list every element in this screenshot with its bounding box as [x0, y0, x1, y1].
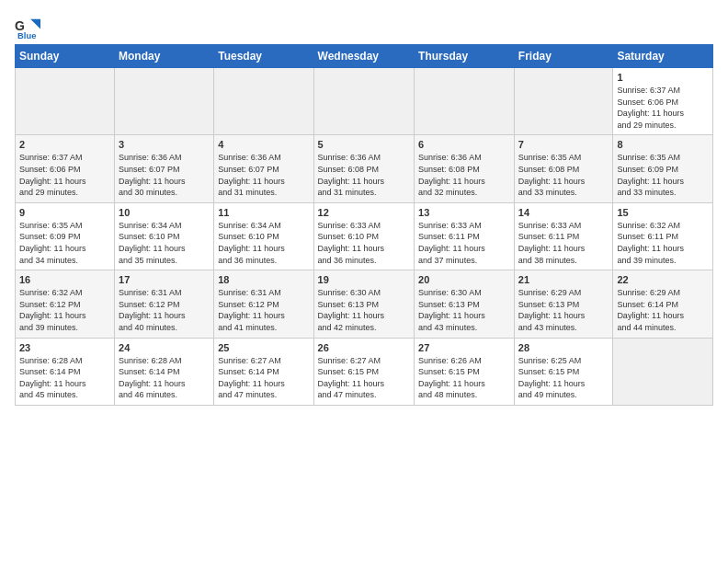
calendar-cell: 8Sunrise: 6:35 AM Sunset: 6:09 PM Daylig… — [613, 135, 713, 202]
day-number: 8 — [617, 139, 709, 150]
day-info: Sunrise: 6:36 AM Sunset: 6:07 PM Dayligh… — [119, 152, 210, 198]
day-number: 20 — [418, 274, 510, 285]
week-row-4: 23Sunrise: 6:28 AM Sunset: 6:14 PM Dayli… — [16, 338, 713, 405]
day-info: Sunrise: 6:28 AM Sunset: 6:14 PM Dayligh… — [119, 355, 210, 401]
day-info: Sunrise: 6:34 AM Sunset: 6:10 PM Dayligh… — [218, 220, 309, 266]
calendar-cell: 2Sunrise: 6:37 AM Sunset: 6:06 PM Daylig… — [16, 135, 115, 202]
calendar-cell: 22Sunrise: 6:29 AM Sunset: 6:14 PM Dayli… — [613, 270, 713, 338]
calendar-cell — [613, 338, 713, 405]
calendar-cell: 18Sunrise: 6:31 AM Sunset: 6:12 PM Dayli… — [214, 270, 313, 338]
calendar-cell: 19Sunrise: 6:30 AM Sunset: 6:13 PM Dayli… — [313, 270, 415, 338]
week-row-0: 1Sunrise: 6:37 AM Sunset: 6:06 PM Daylig… — [16, 68, 713, 135]
day-number: 15 — [617, 207, 709, 218]
day-info: Sunrise: 6:27 AM Sunset: 6:15 PM Dayligh… — [318, 355, 411, 401]
day-number: 25 — [218, 342, 309, 353]
day-info: Sunrise: 6:36 AM Sunset: 6:07 PM Dayligh… — [218, 152, 309, 198]
calendar-cell — [115, 68, 214, 135]
day-number: 9 — [19, 207, 110, 218]
day-info: Sunrise: 6:33 AM Sunset: 6:10 PM Dayligh… — [318, 220, 411, 266]
day-number: 10 — [119, 207, 210, 218]
calendar-cell: 17Sunrise: 6:31 AM Sunset: 6:12 PM Dayli… — [115, 270, 214, 338]
day-number: 16 — [19, 274, 110, 285]
day-number: 18 — [218, 274, 309, 285]
day-info: Sunrise: 6:33 AM Sunset: 6:11 PM Dayligh… — [418, 220, 510, 266]
weekday-header-saturday: Saturday — [613, 45, 713, 68]
day-number: 11 — [218, 207, 309, 218]
day-info: Sunrise: 6:25 AM Sunset: 6:15 PM Dayligh… — [518, 355, 609, 401]
day-number: 2 — [19, 139, 110, 150]
day-info: Sunrise: 6:37 AM Sunset: 6:06 PM Dayligh… — [19, 152, 110, 198]
calendar-cell: 6Sunrise: 6:36 AM Sunset: 6:08 PM Daylig… — [415, 135, 515, 202]
calendar-cell: 20Sunrise: 6:30 AM Sunset: 6:13 PM Dayli… — [415, 270, 515, 338]
day-number: 14 — [518, 207, 609, 218]
weekday-header-row: SundayMondayTuesdayWednesdayThursdayFrid… — [16, 45, 713, 68]
day-number: 26 — [318, 342, 411, 353]
calendar-cell: 11Sunrise: 6:34 AM Sunset: 6:10 PM Dayli… — [214, 202, 313, 270]
day-info: Sunrise: 6:35 AM Sunset: 6:08 PM Dayligh… — [518, 152, 609, 198]
day-info: Sunrise: 6:31 AM Sunset: 6:12 PM Dayligh… — [218, 287, 309, 333]
calendar-cell: 5Sunrise: 6:36 AM Sunset: 6:08 PM Daylig… — [313, 135, 415, 202]
day-info: Sunrise: 6:36 AM Sunset: 6:08 PM Dayligh… — [318, 152, 411, 198]
day-number: 12 — [318, 207, 411, 218]
day-info: Sunrise: 6:29 AM Sunset: 6:13 PM Dayligh… — [518, 287, 609, 333]
calendar-cell: 13Sunrise: 6:33 AM Sunset: 6:11 PM Dayli… — [415, 202, 515, 270]
calendar-cell: 28Sunrise: 6:25 AM Sunset: 6:15 PM Dayli… — [514, 338, 613, 405]
day-info: Sunrise: 6:28 AM Sunset: 6:14 PM Dayligh… — [19, 355, 110, 401]
calendar-cell: 23Sunrise: 6:28 AM Sunset: 6:14 PM Dayli… — [16, 338, 115, 405]
weekday-header-thursday: Thursday — [415, 45, 515, 68]
day-info: Sunrise: 6:34 AM Sunset: 6:10 PM Dayligh… — [119, 220, 210, 266]
calendar-cell: 12Sunrise: 6:33 AM Sunset: 6:10 PM Dayli… — [313, 202, 415, 270]
calendar-cell: 14Sunrise: 6:33 AM Sunset: 6:11 PM Dayli… — [514, 202, 613, 270]
weekday-header-monday: Monday — [115, 45, 214, 68]
calendar-cell — [514, 68, 613, 135]
calendar-cell — [214, 68, 313, 135]
day-number: 7 — [518, 139, 609, 150]
header: G Blue — [15, 15, 713, 40]
week-row-2: 9Sunrise: 6:35 AM Sunset: 6:09 PM Daylig… — [16, 202, 713, 270]
day-info: Sunrise: 6:26 AM Sunset: 6:15 PM Dayligh… — [418, 355, 510, 401]
calendar-cell: 9Sunrise: 6:35 AM Sunset: 6:09 PM Daylig… — [16, 202, 115, 270]
day-number: 23 — [19, 342, 110, 353]
day-info: Sunrise: 6:32 AM Sunset: 6:11 PM Dayligh… — [617, 220, 709, 266]
day-number: 21 — [518, 274, 609, 285]
day-info: Sunrise: 6:37 AM Sunset: 6:06 PM Dayligh… — [617, 85, 709, 131]
calendar-table: SundayMondayTuesdayWednesdayThursdayFrid… — [15, 44, 713, 406]
calendar-cell: 10Sunrise: 6:34 AM Sunset: 6:10 PM Dayli… — [115, 202, 214, 270]
day-info: Sunrise: 6:32 AM Sunset: 6:12 PM Dayligh… — [19, 287, 110, 333]
day-number: 6 — [418, 139, 510, 150]
day-number: 19 — [318, 274, 411, 285]
week-row-3: 16Sunrise: 6:32 AM Sunset: 6:12 PM Dayli… — [16, 270, 713, 338]
logo-icon: G Blue — [15, 15, 40, 40]
logo: G Blue — [15, 15, 42, 40]
day-info: Sunrise: 6:30 AM Sunset: 6:13 PM Dayligh… — [418, 287, 510, 333]
weekday-header-friday: Friday — [514, 45, 613, 68]
day-number: 5 — [318, 139, 411, 150]
day-info: Sunrise: 6:27 AM Sunset: 6:14 PM Dayligh… — [218, 355, 309, 401]
day-info: Sunrise: 6:33 AM Sunset: 6:11 PM Dayligh… — [518, 220, 609, 266]
weekday-header-sunday: Sunday — [16, 45, 115, 68]
calendar-cell: 15Sunrise: 6:32 AM Sunset: 6:11 PM Dayli… — [613, 202, 713, 270]
day-number: 13 — [418, 207, 510, 218]
day-number: 27 — [418, 342, 510, 353]
day-info: Sunrise: 6:36 AM Sunset: 6:08 PM Dayligh… — [418, 152, 510, 198]
calendar-cell: 21Sunrise: 6:29 AM Sunset: 6:13 PM Dayli… — [514, 270, 613, 338]
calendar-cell: 1Sunrise: 6:37 AM Sunset: 6:06 PM Daylig… — [613, 68, 713, 135]
calendar-cell — [16, 68, 115, 135]
calendar-cell: 25Sunrise: 6:27 AM Sunset: 6:14 PM Dayli… — [214, 338, 313, 405]
day-info: Sunrise: 6:35 AM Sunset: 6:09 PM Dayligh… — [19, 220, 110, 266]
day-info: Sunrise: 6:30 AM Sunset: 6:13 PM Dayligh… — [318, 287, 411, 333]
calendar-cell: 16Sunrise: 6:32 AM Sunset: 6:12 PM Dayli… — [16, 270, 115, 338]
day-number: 17 — [119, 274, 210, 285]
page: G Blue SundayMondayTuesdayWednesdayThurs… — [0, 0, 728, 415]
weekday-header-tuesday: Tuesday — [214, 45, 313, 68]
day-number: 3 — [119, 139, 210, 150]
calendar-cell: 24Sunrise: 6:28 AM Sunset: 6:14 PM Dayli… — [115, 338, 214, 405]
svg-marker-1 — [30, 19, 40, 29]
day-number: 22 — [617, 274, 709, 285]
day-number: 24 — [119, 342, 210, 353]
day-number: 4 — [218, 139, 309, 150]
day-number: 28 — [518, 342, 609, 353]
weekday-header-wednesday: Wednesday — [313, 45, 415, 68]
day-info: Sunrise: 6:31 AM Sunset: 6:12 PM Dayligh… — [119, 287, 210, 333]
day-info: Sunrise: 6:29 AM Sunset: 6:14 PM Dayligh… — [617, 287, 709, 333]
